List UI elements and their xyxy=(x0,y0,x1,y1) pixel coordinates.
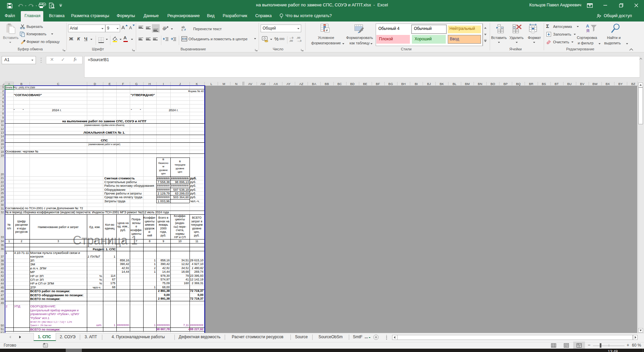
svg-text:А: А xyxy=(586,24,589,29)
svg-text:≠: ≠ xyxy=(326,28,328,32)
svg-text:Я: Я xyxy=(586,28,589,33)
svg-text:c: c xyxy=(181,28,183,32)
